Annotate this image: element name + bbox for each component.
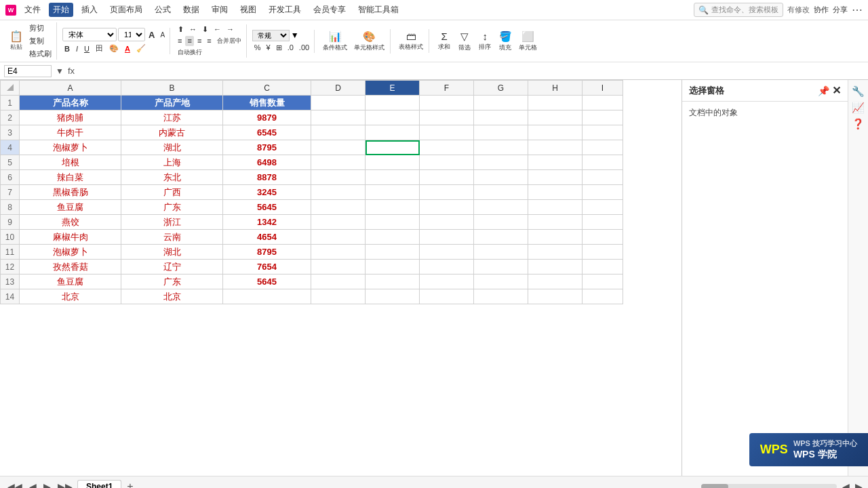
menu-insert[interactable]: 插入: [77, 3, 102, 17]
cell-8-c[interactable]: 5645: [223, 200, 311, 215]
cell-1-h[interactable]: [528, 96, 583, 110]
cell-6-f[interactable]: [420, 170, 474, 185]
row-header-13[interactable]: 13: [1, 274, 20, 289]
side-icon-1[interactable]: 🔧: [852, 85, 865, 98]
justify-btn[interactable]: ≡: [205, 36, 213, 46]
col-header-c[interactable]: C: [223, 81, 311, 96]
sheet-tab-1[interactable]: Sheet1: [77, 480, 121, 489]
cell-1-f[interactable]: [420, 96, 474, 110]
scroll-right-btn[interactable]: ▶: [855, 481, 863, 489]
cell-12-g[interactable]: [474, 260, 528, 274]
row-header-10[interactable]: 10: [1, 230, 20, 245]
corner-header[interactable]: [1, 81, 20, 96]
pin-icon[interactable]: 📌: [818, 85, 829, 96]
cell-10-e[interactable]: [366, 230, 420, 245]
cell-12-e[interactable]: [366, 260, 420, 274]
col-header-d[interactable]: D: [311, 81, 366, 96]
menu-view[interactable]: 视图: [236, 3, 260, 17]
menu-page-layout[interactable]: 页面布局: [106, 3, 146, 17]
cell-11-h[interactable]: [528, 245, 583, 260]
scroll-left-btn[interactable]: ◀: [842, 481, 850, 489]
row-header-4[interactable]: 4: [1, 140, 20, 155]
cell-4-a[interactable]: 泡椒萝卜: [20, 140, 121, 155]
cell-14-b[interactable]: 北京: [121, 289, 223, 304]
wps-badge[interactable]: WPS WPS 技巧学习中心 WPS 学院: [749, 433, 868, 466]
cell-10-f[interactable]: [420, 230, 474, 245]
cell-7-g[interactable]: [474, 185, 528, 200]
formula-fx-icon[interactable]: fx: [68, 66, 75, 76]
cell-6-c[interactable]: 8878: [223, 170, 311, 185]
cell-8-h[interactable]: [528, 200, 583, 215]
cell-9-b[interactable]: 浙江: [121, 215, 223, 230]
share-btn[interactable]: 分享: [833, 5, 848, 15]
nav-next-btn[interactable]: ▶: [41, 481, 53, 489]
cell-13-f[interactable]: [420, 274, 474, 289]
scroll-area[interactable]: A B C D E F G H I 1产品名称产品产地销售数量2猪肉脯江苏987…: [0, 80, 682, 476]
scroll-thumb[interactable]: [701, 484, 728, 489]
cell-5-f[interactable]: [420, 155, 474, 170]
horizontal-scrollbar[interactable]: [701, 484, 837, 489]
cond-format-btn[interactable]: 📊 条件格式: [320, 29, 350, 54]
cell-7-f[interactable]: [420, 185, 474, 200]
cell-9-f[interactable]: [420, 215, 474, 230]
format-paint-button[interactable]: 格式刷: [27, 48, 54, 60]
row-header-5[interactable]: 5: [1, 155, 20, 170]
sort-btn[interactable]: ↕ 排序: [475, 29, 494, 53]
cell-12-h[interactable]: [528, 260, 583, 274]
row-header-2[interactable]: 2: [1, 110, 20, 125]
search-placeholder[interactable]: 查找命令、搜索模板: [711, 5, 778, 15]
cell-14-h[interactable]: [528, 289, 583, 304]
bold-button[interactable]: B: [62, 44, 72, 54]
menu-member[interactable]: 会员专享: [309, 3, 350, 17]
side-icon-2[interactable]: 📈: [852, 102, 865, 114]
cell-1-b[interactable]: 产品产地: [121, 96, 223, 110]
side-icon-3[interactable]: ❓: [852, 118, 865, 130]
col-header-g[interactable]: G: [474, 81, 528, 96]
cell-5-e[interactable]: [366, 155, 420, 170]
font-color-button[interactable]: A: [123, 44, 132, 54]
align-left-btn[interactable]: ≡: [176, 36, 184, 46]
cell-3-h[interactable]: [528, 125, 583, 140]
menu-review[interactable]: 审阅: [208, 3, 232, 17]
cell-8-i[interactable]: [583, 200, 623, 215]
cell-13-c[interactable]: 5645: [223, 274, 311, 289]
cell-8-e[interactable]: [366, 200, 420, 215]
cell-btn[interactable]: ⬜ 单元格: [516, 29, 540, 54]
cell-13-i[interactable]: [583, 274, 623, 289]
row-header-7[interactable]: 7: [1, 185, 20, 200]
cell-12-d[interactable]: [311, 260, 366, 274]
cell-7-b[interactable]: 广西: [121, 185, 223, 200]
font-size-select[interactable]: 11: [118, 28, 145, 41]
col-header-i[interactable]: I: [583, 81, 623, 96]
cell-2-e[interactable]: [366, 110, 420, 125]
row-header-8[interactable]: 8: [1, 200, 20, 215]
cell-12-i[interactable]: [583, 260, 623, 274]
inc-decimal-btn[interactable]: .0: [285, 43, 296, 53]
align-center-btn[interactable]: ≡: [185, 36, 193, 46]
cell-10-d[interactable]: [311, 230, 366, 245]
cell-4-i[interactable]: [583, 140, 623, 155]
cell-3-c[interactable]: 6545: [223, 125, 311, 140]
cell-6-i[interactable]: [583, 170, 623, 185]
cell-7-d[interactable]: [311, 185, 366, 200]
cell-2-i[interactable]: [583, 110, 623, 125]
cell-14-f[interactable]: [420, 289, 474, 304]
col-header-a[interactable]: A: [20, 81, 121, 96]
cell-2-h[interactable]: [528, 110, 583, 125]
cell-6-d[interactable]: [311, 170, 366, 185]
merge-btn[interactable]: 合并居中: [215, 36, 243, 46]
cell-7-c[interactable]: 3245: [223, 185, 311, 200]
align-bottom-btn[interactable]: ⬇: [200, 24, 210, 35]
cell-8-a[interactable]: 鱼豆腐: [20, 200, 121, 215]
row-header-14[interactable]: 14: [1, 289, 20, 304]
row-header-9[interactable]: 9: [1, 215, 20, 230]
nav-last-btn[interactable]: ▶▶: [56, 481, 75, 489]
cell-4-h[interactable]: [528, 140, 583, 155]
cell-5-d[interactable]: [311, 155, 366, 170]
cell-11-e[interactable]: [366, 245, 420, 260]
cell-14-c[interactable]: [223, 289, 311, 304]
dec-places-btn[interactable]: ⊞: [274, 43, 284, 53]
indent-left-btn[interactable]: ←: [212, 24, 223, 35]
cell-11-i[interactable]: [583, 245, 623, 260]
cell-3-e[interactable]: [366, 125, 420, 140]
